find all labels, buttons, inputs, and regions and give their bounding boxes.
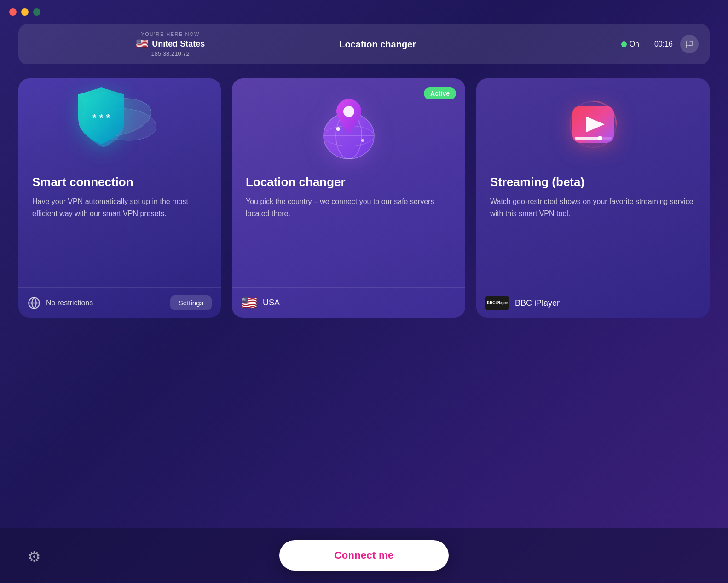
svg-point-10	[361, 139, 364, 142]
status-bar-divider	[647, 39, 647, 50]
country-name: United States	[152, 39, 205, 49]
streaming-icon-area	[476, 78, 710, 170]
location-card-content: Location changer You pick the country – …	[232, 170, 465, 287]
streaming-card-desc: Watch geo-restricted shows on your favor…	[490, 196, 696, 219]
cards-container: * * * Smart connection Have your VPN aut…	[0, 78, 728, 318]
smart-card-title: Smart connection	[32, 175, 207, 189]
smart-connection-card[interactable]: * * * Smart connection Have your VPN aut…	[18, 78, 221, 318]
bottom-bar: ⚙ Connect me	[0, 528, 728, 583]
streaming-icon-container	[561, 90, 625, 163]
location-country-name: USA	[263, 298, 280, 308]
streaming-play-icon	[566, 99, 621, 154]
location-globe-icon	[319, 92, 379, 161]
location-changer-card[interactable]: Active	[232, 78, 465, 318]
location-country-flag: 🇺🇸	[241, 295, 257, 310]
status-timer: 00:16	[654, 40, 673, 48]
minimize-button[interactable]	[21, 8, 29, 16]
svg-point-17	[598, 136, 602, 140]
settings-button[interactable]: Settings	[170, 295, 212, 310]
status-label: YOU'RE HERE NOW	[141, 31, 200, 37]
status-divider	[325, 35, 325, 53]
streaming-service-name: BBC iPlayer	[515, 298, 560, 308]
close-button[interactable]	[9, 8, 17, 16]
flag-button[interactable]	[680, 35, 699, 53]
location-card-title: Location changer	[246, 175, 451, 189]
shield-icon-container: * * *	[74, 85, 166, 168]
streaming-card-title: Streaming (beta)	[490, 175, 696, 189]
maximize-button[interactable]	[33, 8, 40, 16]
no-restrictions-label: No restrictions	[46, 299, 93, 307]
smart-card-content: Smart connection Have your VPN automatic…	[18, 170, 221, 287]
bbc-logo: BBC iPlayer	[485, 296, 509, 310]
location-card-footer[interactable]: 🇺🇸 USA	[232, 287, 465, 318]
svg-text:* * *: * * *	[92, 112, 110, 123]
active-badge: Active	[424, 87, 456, 99]
smart-icon-area: * * *	[18, 78, 221, 170]
streaming-card-content: Streaming (beta) Watch geo-restricted sh…	[476, 170, 710, 288]
smart-card-desc: Have your VPN automatically set up in th…	[32, 196, 207, 219]
svg-point-9	[336, 127, 340, 131]
status-right: On 00:16	[621, 35, 699, 53]
svg-point-11	[343, 106, 354, 117]
smart-card-footer: No restrictions Settings	[18, 287, 221, 318]
status-country: 🇺🇸 United States	[136, 38, 205, 50]
country-flag-icon: 🇺🇸	[136, 38, 148, 50]
status-on-label: On	[630, 40, 639, 48]
status-on-indicator: On	[621, 40, 639, 48]
shield-icon: * * *	[74, 85, 129, 150]
status-bar: YOU'RE HERE NOW 🇺🇸 United States 185.38.…	[18, 24, 710, 64]
country-ip: 185.38.210.72	[151, 50, 190, 57]
svg-rect-16	[575, 137, 600, 140]
status-feature: Location changer	[339, 39, 621, 50]
streaming-card[interactable]: Streaming (beta) Watch geo-restricted sh…	[476, 78, 710, 318]
titlebar	[0, 0, 728, 24]
location-block: YOU'RE HERE NOW 🇺🇸 United States 185.38.…	[29, 31, 311, 57]
globe-icon-container	[317, 90, 381, 163]
location-card-desc: You pick the country – we connect you to…	[246, 196, 451, 219]
status-dot	[621, 41, 627, 47]
streaming-card-footer[interactable]: BBC iPlayer BBC iPlayer	[476, 288, 710, 318]
globe-icon	[28, 297, 40, 309]
connect-button[interactable]: Connect me	[279, 540, 449, 571]
gear-icon[interactable]: ⚙	[28, 548, 41, 566]
